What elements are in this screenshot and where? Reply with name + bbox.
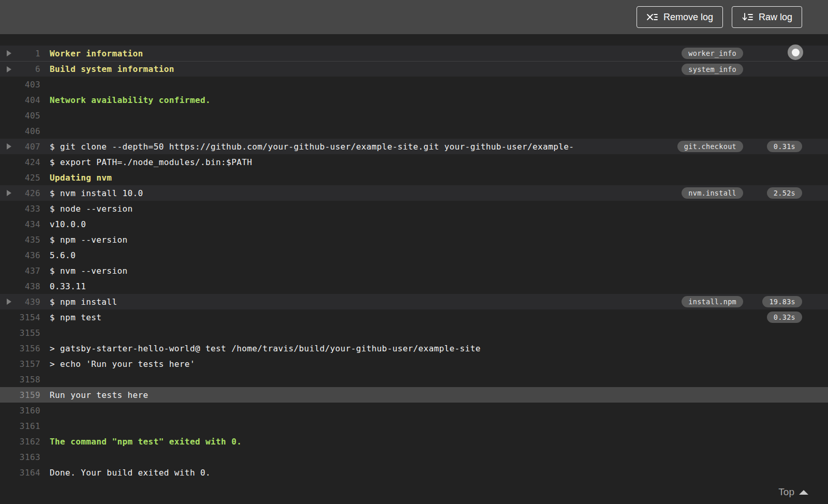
fold-toggle-icon[interactable] (7, 50, 11, 56)
fold-arrow-cell (0, 299, 18, 305)
log-text: Network availability confirmed. (50, 95, 761, 105)
line-number[interactable]: 3156 (18, 344, 40, 353)
log-text: The command "npm test" exited with 0. (50, 437, 761, 447)
log-text: $ git clone --depth=50 https://github.co… (50, 142, 677, 152)
line-number[interactable]: 434 (18, 219, 40, 229)
line-number[interactable]: 425 (18, 173, 40, 183)
line-number[interactable]: 439 (18, 297, 40, 307)
scroll-dot-inner (792, 49, 800, 56)
line-number[interactable]: 1 (18, 49, 40, 58)
fold-arrow-cell (0, 407, 18, 413)
fold-arrow-cell (0, 236, 18, 243)
line-number[interactable]: 3155 (18, 328, 40, 338)
line-number[interactable]: 403 (18, 80, 40, 90)
log-row: 3156 > gatsby-starter-hello-world@ test … (0, 340, 828, 356)
line-number[interactable]: 3159 (18, 390, 40, 400)
fold-arrow-cell (0, 438, 18, 444)
fold-arrow-cell (0, 143, 18, 150)
log-row: 3155 (0, 325, 828, 340)
log-text: Done. Your build exited with 0. (50, 468, 761, 478)
duration-badge: 19.83s (762, 296, 802, 307)
log-row[interactable]: 6 Build system information system_info (0, 61, 828, 77)
log-toolbar: Remove log Raw log (0, 0, 828, 34)
log-text: > echo 'Run your tests here' (50, 359, 761, 369)
duration-cell: 0.32s (761, 312, 802, 323)
log-row: 433 $ node --version (0, 201, 828, 216)
line-number[interactable]: 407 (18, 142, 40, 152)
log-row: 3159 Run your tests here (0, 387, 828, 403)
fold-toggle-icon[interactable] (7, 143, 11, 150)
log-lines: 1 Worker information worker_info 6 Build… (0, 46, 828, 480)
line-number[interactable]: 438 (18, 281, 40, 291)
raw-log-button[interactable]: Raw log (732, 6, 802, 28)
duration-badge: 2.52s (767, 187, 802, 199)
fold-toggle-icon[interactable] (7, 66, 11, 72)
line-number[interactable]: 3157 (18, 359, 40, 369)
log-row: 404 Network availability confirmed. (0, 92, 828, 108)
log-row: 3160 (0, 403, 828, 418)
duration-cell: 2.52s (761, 187, 802, 199)
log-row[interactable]: 1 Worker information worker_info (0, 46, 828, 61)
fold-arrow-cell (0, 97, 18, 103)
line-number[interactable]: 426 (18, 188, 40, 198)
log-text: 0.33.11 (50, 281, 761, 291)
line-number[interactable]: 405 (18, 111, 40, 121)
fold-arrow-cell (0, 469, 18, 476)
line-number[interactable]: 3161 (18, 421, 40, 431)
line-number[interactable]: 433 (18, 204, 40, 214)
line-number[interactable]: 435 (18, 235, 40, 245)
log-row: 3162 The command "npm test" exited with … (0, 434, 828, 449)
scroll-to-top-link[interactable]: Top (778, 486, 808, 498)
log-row: 3163 (0, 449, 828, 465)
log-text: 5.6.0 (50, 250, 761, 260)
fold-arrow-cell (0, 81, 18, 87)
fold-tag-badge: git.checkout (677, 141, 743, 152)
log-row: 424 $ export PATH=./node_modules/.bin:$P… (0, 154, 828, 170)
log-row: 406 (0, 123, 828, 139)
fold-arrow-cell (0, 423, 18, 429)
log-row[interactable]: 407 $ git clone --depth=50 https://githu… (0, 139, 828, 154)
fold-arrow-cell (0, 190, 18, 196)
line-number[interactable]: 424 (18, 157, 40, 167)
scroll-position-indicator-icon (788, 45, 803, 60)
log-row: 436 5.6.0 (0, 247, 828, 263)
line-number[interactable]: 3154 (18, 313, 40, 322)
log-row: 3158 (0, 372, 828, 387)
line-number[interactable]: 437 (18, 266, 40, 276)
duration-cell: 19.83s (761, 296, 802, 307)
log-text: $ npm test (50, 313, 761, 322)
fold-arrow-cell (0, 252, 18, 258)
log-text: > gatsby-starter-hello-world@ test /home… (50, 344, 761, 353)
fold-arrow-cell (0, 330, 18, 336)
fold-arrow-cell (0, 454, 18, 460)
log-text: $ npm --version (50, 235, 761, 245)
log-row[interactable]: 439 $ npm install install.npm 19.83s (0, 294, 828, 309)
line-number[interactable]: 406 (18, 126, 40, 136)
line-number[interactable]: 6 (18, 64, 40, 74)
log-row: 3161 (0, 418, 828, 434)
raw-log-label: Raw log (759, 12, 792, 23)
log-text: $ export PATH=./node_modules/.bin:$PATH (50, 157, 761, 167)
log-row: 3157 > echo 'Run your tests here' (0, 356, 828, 372)
log-text: $ nvm --version (50, 266, 761, 276)
fold-tag-badge: install.npm (682, 296, 743, 307)
log-row[interactable]: 426 $ nvm install 10.0 nvm.install 2.52s (0, 185, 828, 201)
top-link-label: Top (778, 486, 794, 498)
fold-toggle-icon[interactable] (7, 299, 11, 305)
remove-log-button[interactable]: Remove log (637, 6, 723, 28)
fold-arrow-cell (0, 392, 18, 398)
line-number[interactable]: 3162 (18, 437, 40, 447)
fold-tag-badge: nvm.install (682, 187, 743, 199)
fold-arrow-cell (0, 221, 18, 227)
line-number[interactable]: 436 (18, 250, 40, 260)
line-number[interactable]: 404 (18, 95, 40, 105)
line-number[interactable]: 3160 (18, 406, 40, 416)
line-number[interactable]: 3163 (18, 452, 40, 462)
line-number[interactable]: 3158 (18, 375, 40, 384)
remove-log-label: Remove log (663, 12, 713, 23)
fold-toggle-icon[interactable] (7, 190, 11, 196)
log-text: Updating nvm (50, 173, 761, 183)
fold-arrow-cell (0, 361, 18, 367)
line-number[interactable]: 3164 (18, 468, 40, 478)
fold-tag-badge: worker_info (682, 48, 743, 59)
